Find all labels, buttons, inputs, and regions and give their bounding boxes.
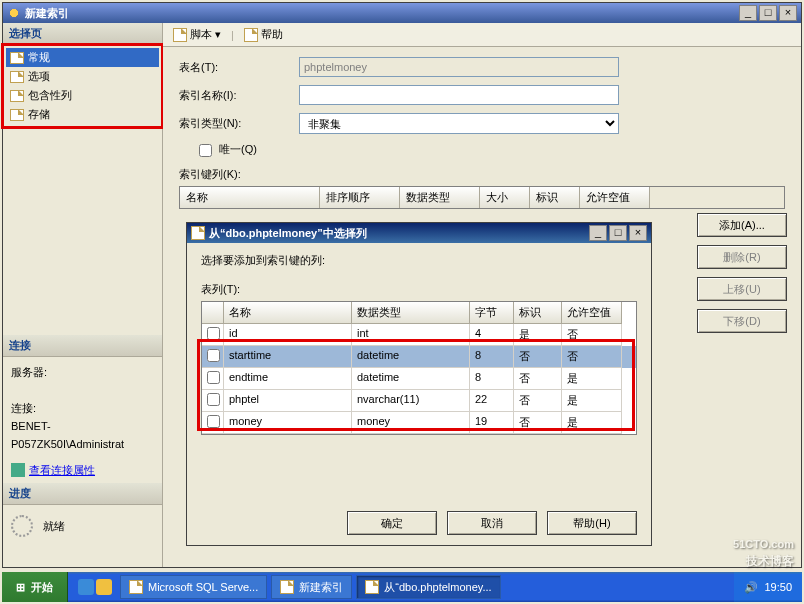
left-pane: 选择页 常规 选项 包含性列 存储 连接 服务器: 连接: BENET-P057… <box>3 23 163 567</box>
connection-body: 服务器: 连接: BENET-P057ZK50I\Administrat 查看连… <box>3 357 162 485</box>
close-button[interactable]: × <box>779 5 797 21</box>
dialog-titlebar[interactable]: 从“dbo.phptelmoney”中选择列 _ □ × <box>187 223 651 243</box>
col-ident[interactable]: 标识 <box>530 187 580 208</box>
form-area: 表名(T): 索引名称(I): 索引类型(N): 非聚集 唯一(Q) 索引键列(… <box>163 47 801 219</box>
dialog-maximize-button[interactable]: □ <box>609 225 627 241</box>
col-name[interactable]: 名称 <box>224 302 352 324</box>
keycols-label: 索引键列(K): <box>179 167 785 182</box>
dialog-hint: 选择要添加到索引键的列: <box>201 253 637 268</box>
col-dtype[interactable]: 数据类型 <box>400 187 480 208</box>
conn-props-icon <box>11 463 25 477</box>
unique-label: 唯一(Q) <box>219 143 257 155</box>
tree-item-general[interactable]: 常规 <box>6 48 159 67</box>
progress-header: 进度 <box>3 483 162 505</box>
dialog-buttons: 确定 取消 帮助(H) <box>347 511 637 535</box>
explorer-icon[interactable] <box>96 579 112 595</box>
task-icon <box>129 580 143 594</box>
clock: 19:50 <box>764 581 792 593</box>
select-columns-dialog: 从“dbo.phptelmoney”中选择列 _ □ × 选择要添加到索引键的列… <box>186 222 652 546</box>
side-buttons: 添加(A)... 删除(R) 上移(U) 下移(D) <box>697 213 787 333</box>
select-page-header: 选择页 <box>3 23 162 45</box>
start-button[interactable]: ⊞ 开始 <box>2 572 68 602</box>
tree-item-options[interactable]: 选项 <box>6 67 159 86</box>
start-icon: ⊞ <box>16 581 25 594</box>
main-titlebar[interactable]: 新建索引 _ □ × <box>3 3 801 23</box>
progress-status: 就绪 <box>43 519 65 534</box>
taskbar-item[interactable]: 新建索引 <box>271 575 352 599</box>
taskbar-item[interactable]: Microsoft SQL Serve... <box>120 575 267 599</box>
page-icon <box>10 52 24 64</box>
app-icon <box>7 6 21 20</box>
progress-block: 进度 就绪 <box>3 483 162 547</box>
tree-item-included[interactable]: 包含性列 <box>6 86 159 105</box>
chevron-down-icon: ▾ <box>215 28 221 41</box>
table-name-label: 表名(T): <box>179 60 299 75</box>
moveup-button[interactable]: 上移(U) <box>697 277 787 301</box>
index-type-select[interactable]: 非聚集 <box>299 113 619 134</box>
cancel-button[interactable]: 取消 <box>447 511 537 535</box>
remove-button[interactable]: 删除(R) <box>697 245 787 269</box>
connection-block: 连接 服务器: 连接: BENET-P057ZK50I\Administrat … <box>3 335 162 485</box>
view-connection-props-link[interactable]: 查看连接属性 <box>29 461 95 479</box>
ie-icon[interactable] <box>78 579 94 595</box>
grid-header-row: 名称 数据类型 字节 标识 允许空值 <box>202 302 636 324</box>
col-check[interactable] <box>202 302 224 324</box>
server-label: 服务器: <box>11 363 154 381</box>
keycols-grid-header: 名称 排序顺序 数据类型 大小 标识 允许空值 <box>179 186 785 209</box>
dialog-title: 从“dbo.phptelmoney”中选择列 <box>209 226 587 241</box>
col-ident[interactable]: 标识 <box>514 302 562 324</box>
help-button[interactable]: 帮助 <box>240 25 287 44</box>
script-icon <box>173 28 187 42</box>
window-title: 新建索引 <box>25 6 737 21</box>
col-nulls[interactable]: 允许空值 <box>580 187 650 208</box>
dialog-minimize-button[interactable]: _ <box>589 225 607 241</box>
system-tray[interactable]: 🔊 19:50 <box>734 572 802 602</box>
taskbar-item[interactable]: 从“dbo.phptelmoney... <box>356 575 500 599</box>
task-icon <box>280 580 294 594</box>
page-tree: 常规 选项 包含性列 存储 <box>1 43 164 129</box>
col-dtype[interactable]: 数据类型 <box>352 302 470 324</box>
highlight-box <box>197 339 635 431</box>
col-size[interactable]: 大小 <box>480 187 530 208</box>
tree-item-storage[interactable]: 存储 <box>6 105 159 124</box>
connection-header: 连接 <box>3 335 162 357</box>
table-name-field <box>299 57 619 77</box>
movedown-button[interactable]: 下移(D) <box>697 309 787 333</box>
page-icon <box>10 90 24 102</box>
add-button[interactable]: 添加(A)... <box>697 213 787 237</box>
ok-button[interactable]: 确定 <box>347 511 437 535</box>
help-button[interactable]: 帮助(H) <box>547 511 637 535</box>
index-name-label: 索引名称(I): <box>179 88 299 103</box>
toolbar: 脚本 ▾ | 帮助 <box>163 23 801 47</box>
index-type-label: 索引类型(N): <box>179 116 299 131</box>
dialog-icon <box>191 226 205 240</box>
col-sort[interactable]: 排序顺序 <box>320 187 400 208</box>
col-nulls[interactable]: 允许空值 <box>562 302 622 324</box>
progress-spinner-icon <box>11 515 33 537</box>
page-icon <box>10 109 24 121</box>
script-button[interactable]: 脚本 ▾ <box>169 25 225 44</box>
task-icon <box>365 580 379 594</box>
conn-value: BENET-P057ZK50I\Administrat <box>11 417 154 453</box>
col-bytes[interactable]: 字节 <box>470 302 514 324</box>
dialog-body: 选择要添加到索引键的列: 表列(T): 名称 数据类型 字节 标识 允许空值 i… <box>187 243 651 445</box>
taskbar: ⊞ 开始 Microsoft SQL Serve...新建索引从“dbo.php… <box>2 572 802 602</box>
col-name[interactable]: 名称 <box>180 187 320 208</box>
conn-label: 连接: <box>11 399 154 417</box>
help-icon <box>244 28 258 42</box>
tray-icon[interactable]: 🔊 <box>744 581 758 594</box>
index-name-field[interactable] <box>299 85 619 105</box>
minimize-button[interactable]: _ <box>739 5 757 21</box>
dialog-close-button[interactable]: × <box>629 225 647 241</box>
page-icon <box>10 71 24 83</box>
cols-label: 表列(T): <box>201 282 637 297</box>
maximize-button[interactable]: □ <box>759 5 777 21</box>
unique-checkbox[interactable] <box>199 144 212 157</box>
